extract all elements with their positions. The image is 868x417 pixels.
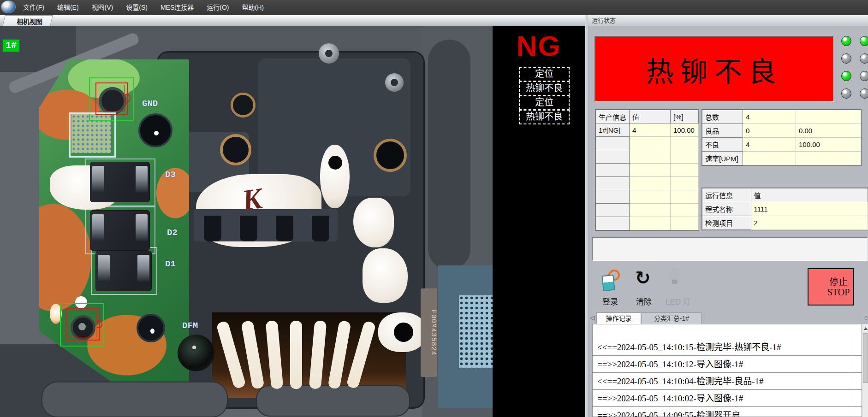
table-cell: 1#[NG] bbox=[596, 123, 630, 137]
log-scrollbar[interactable] bbox=[862, 324, 868, 417]
tab-class-summary[interactable]: 分类汇总-1# bbox=[642, 312, 702, 324]
production-table-wrap: 生产信息值[%]1#[NG]4100.00 bbox=[595, 109, 699, 231]
metal-patch-r1 bbox=[353, 198, 394, 247]
tab-camera-view-label[interactable]: 相机视图 bbox=[6, 17, 53, 26]
status-light-col1-3 bbox=[841, 71, 851, 81]
table-cell bbox=[796, 110, 861, 124]
label-datamatrix bbox=[459, 295, 493, 368]
table-cell bbox=[796, 152, 861, 165]
table-cell bbox=[671, 150, 699, 164]
table-cell: 程式名称 bbox=[702, 202, 751, 216]
overlay-red-box-bottom-inner bbox=[68, 311, 96, 337]
table-cell bbox=[630, 150, 671, 164]
operation-log-list[interactable]: <<==2024-05-05_14:10:15-检测完毕-热铆不良-1#==>>… bbox=[592, 324, 862, 417]
tab-scroll-right-icon[interactable]: ▷ bbox=[865, 314, 868, 321]
table-cell bbox=[630, 137, 671, 150]
screw-gnd bbox=[138, 113, 172, 147]
status-light-col2-4 bbox=[860, 88, 868, 99]
menu-item-6[interactable]: 帮助(H) bbox=[235, 0, 270, 15]
diode-d3 bbox=[90, 162, 150, 202]
pcb-label-gnd: GND bbox=[142, 99, 158, 109]
runinfo-table-wrap: 运行信息值程式名称1111检测项目2 bbox=[702, 188, 868, 230]
table-cell bbox=[596, 137, 630, 150]
login-icon[interactable] bbox=[601, 270, 623, 291]
machine-vision-app: 文件(F)编辑(E)视图(V)设置(S)MES连接器运行(O)帮助(H) 相机视… bbox=[0, 0, 868, 417]
table-cell: 检测项目 bbox=[702, 216, 751, 230]
scrollbar-up-icon[interactable] bbox=[864, 327, 868, 330]
diode-d2 bbox=[90, 210, 150, 251]
log-entry[interactable]: <<==2024-05-05_14:10:15-检测完毕-热铆不良-1# bbox=[593, 339, 862, 356]
table-cell bbox=[630, 190, 671, 204]
table-cell: 100.00 bbox=[671, 123, 699, 137]
menu-item-4[interactable]: MES连接器 bbox=[154, 0, 200, 15]
status-light-col1-2 bbox=[841, 53, 851, 64]
post-top-1 bbox=[319, 43, 339, 64]
menu-bar: 文件(F)编辑(E)视图(V)设置(S)MES连接器运行(O)帮助(H) bbox=[0, 0, 868, 15]
table-cell bbox=[743, 152, 796, 165]
metal-patch-r3 bbox=[378, 312, 426, 352]
table-cell: 4 bbox=[743, 110, 796, 124]
log-entry[interactable]: ==>>2024-05-05_14:09:55-检测器开启 bbox=[593, 407, 862, 417]
finding-box: 定位 bbox=[519, 95, 570, 110]
table-cell: 0 bbox=[743, 124, 796, 138]
table-header-cell: 运行信息 bbox=[702, 188, 751, 202]
tab-operation-log[interactable]: 操作记录 bbox=[596, 312, 641, 324]
pane-splitter[interactable] bbox=[585, 15, 588, 417]
table-cell bbox=[596, 150, 630, 164]
table-header-cell: 值 bbox=[630, 110, 671, 123]
log-entry[interactable]: <<==2024-05-05_14:10:04-检测完毕-良品-1# bbox=[593, 373, 862, 390]
table-cell bbox=[630, 204, 671, 217]
clear-icon[interactable]: ↻ bbox=[635, 269, 654, 287]
table-cell bbox=[630, 164, 671, 177]
finding-box: 热铆不良 bbox=[519, 110, 570, 124]
log-entry[interactable]: ==>>2024-05-05_14:10:12-导入图像-1# bbox=[593, 356, 862, 373]
menu-item-1[interactable]: 编辑(E) bbox=[51, 0, 85, 15]
menu-item-3[interactable]: 设置(S) bbox=[119, 0, 154, 15]
login-button[interactable]: 登录 bbox=[602, 295, 618, 307]
table-header-cell: 生产信息 bbox=[596, 110, 630, 123]
table-cell bbox=[671, 217, 699, 230]
pcb-label-d1: D1 bbox=[165, 259, 176, 269]
menu-item-0[interactable]: 文件(F) bbox=[17, 0, 51, 15]
clear-button[interactable]: 清除 bbox=[636, 295, 652, 307]
comb-block bbox=[194, 209, 338, 241]
menu-item-2[interactable]: 视图(V) bbox=[85, 0, 120, 15]
pcb-label-d3: D3 bbox=[165, 170, 176, 180]
fixture-bar-2 bbox=[256, 385, 410, 417]
app-logo-icon bbox=[1, 0, 16, 13]
result-ng-label: NG bbox=[517, 29, 561, 62]
hole-gold-1 bbox=[231, 93, 256, 117]
table-cell bbox=[630, 217, 671, 230]
menu-item-5[interactable]: 运行(O) bbox=[200, 0, 235, 15]
table-cell: 总数 bbox=[702, 110, 743, 124]
stop-button-cn: 停止 bbox=[829, 277, 848, 287]
message-box bbox=[592, 237, 868, 261]
post-top-2 bbox=[385, 73, 404, 92]
led-lamp-icon[interactable] bbox=[667, 268, 682, 289]
inspection-photo: GND D3 D2 D1 DFM bbox=[0, 26, 493, 417]
table-cell bbox=[596, 190, 630, 204]
production-table: 生产信息值[%]1#[NG]4100.00 bbox=[595, 110, 699, 230]
stop-button[interactable]: 停止 STOP bbox=[808, 268, 854, 305]
table-cell: 1111 bbox=[751, 202, 868, 216]
run-status-panel: 运行状态 热铆不良 生产信息值[%]1#[NG]4100.00 总数4良品00.… bbox=[588, 15, 868, 417]
table-cell bbox=[671, 137, 699, 150]
scrollbar-thumb[interactable] bbox=[863, 333, 868, 383]
table-cell: 4 bbox=[630, 123, 671, 137]
pcb-label-d2: D2 bbox=[167, 228, 178, 238]
runinfo-table: 运行信息值程式名称1111检测项目2 bbox=[702, 188, 868, 230]
finding-box: 热铆不良 bbox=[519, 81, 570, 96]
camera-tab-strip: 相机视图 bbox=[0, 15, 585, 26]
led-lamp-button[interactable]: LED 灯 bbox=[666, 295, 691, 307]
tab-scroll-left-icon[interactable]: ◁ bbox=[590, 314, 595, 321]
summary-table: 总数4良品00.00不良4100.00速率[UPM] bbox=[702, 110, 861, 165]
serial-text: F00M435824 bbox=[421, 288, 437, 377]
table-cell bbox=[596, 217, 630, 230]
log-entry[interactable]: ==>>2024-05-05_14:10:02-导入图像-1# bbox=[593, 390, 862, 407]
menu-items: 文件(F)编辑(E)视图(V)设置(S)MES连接器运行(O)帮助(H) bbox=[17, 0, 270, 15]
table-cell bbox=[671, 164, 699, 177]
status-light-col2-1 bbox=[860, 36, 868, 46]
camera-viewport[interactable]: GND D3 D2 D1 DFM bbox=[0, 26, 585, 417]
table-cell bbox=[671, 204, 699, 217]
pcb-label-dfm: DFM bbox=[182, 321, 198, 331]
